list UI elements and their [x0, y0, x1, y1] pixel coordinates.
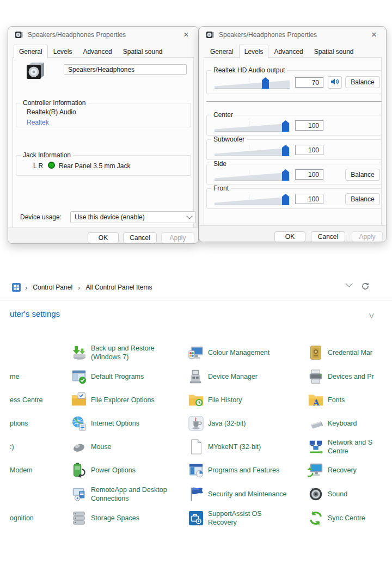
sync-centre-icon: [308, 510, 324, 526]
cp-item-network-and-s[interactable]: Network and SCentre: [308, 437, 372, 457]
cp-item-ess-centre[interactable]: ess Centre: [10, 390, 42, 410]
tab-spatial-sound[interactable]: Spatial sound: [309, 45, 359, 58]
slider-track[interactable]: [215, 196, 290, 205]
device-name-input[interactable]: Speakers/Headphones: [64, 64, 187, 75]
slider-thumb[interactable]: [282, 194, 289, 205]
slider-track[interactable]: [215, 147, 290, 156]
cp-item-internet-options[interactable]: Internet Options: [71, 414, 139, 433]
address-bar[interactable]: › Control Panel › All Control Panel Item…: [0, 279, 392, 296]
tab-general[interactable]: General: [205, 45, 239, 58]
close-icon[interactable]: ×: [181, 30, 192, 39]
volume-slider[interactable]: [215, 145, 290, 157]
realtek-link[interactable]: Realtek: [27, 119, 49, 126]
mute-button[interactable]: [328, 76, 342, 89]
cp-item-label: Modem: [10, 466, 33, 475]
cp-item-keyboard[interactable]: Keyboard: [308, 414, 357, 433]
cancel-button[interactable]: Cancel: [311, 231, 345, 242]
cp-item-label: Back up and Restore(Windows 7): [91, 344, 155, 361]
cp-item-sound[interactable]: Sound: [308, 484, 347, 504]
speakers-properties-dialog-general: Speakers/Headphones Properties × General…: [8, 26, 199, 244]
device-speaker-image: [24, 60, 46, 84]
breadcrumb-control-panel[interactable]: Control Panel: [32, 281, 74, 293]
dialog-titlebar[interactable]: Speakers/Headphones Properties ×: [199, 27, 386, 43]
cp-item-storage-spaces[interactable]: Storage Spaces: [71, 508, 139, 528]
cp-item-file-history[interactable]: File History: [188, 390, 242, 410]
cp-item-label: Recovery: [328, 466, 357, 475]
cp-item-file-explorer-options[interactable]: File Explorer Options: [71, 390, 155, 410]
slider-value[interactable]: 100: [295, 194, 323, 204]
slider-thumb[interactable]: [282, 120, 289, 132]
ok-button[interactable]: OK: [274, 231, 305, 242]
cp-item-java-32-bit-[interactable]: Java (32-bit): [188, 414, 246, 433]
tab-advanced[interactable]: Advanced: [77, 45, 117, 58]
cp-item-label: Java (32-bit): [208, 419, 246, 428]
slider-value[interactable]: 100: [295, 169, 323, 180]
tab-spatial-sound[interactable]: Spatial sound: [118, 45, 168, 58]
dialog-titlebar[interactable]: Speakers/Headphones Properties ×: [8, 27, 198, 43]
slider-value[interactable]: 100: [295, 145, 323, 155]
cp-item-remoteapp-and-desktop[interactable]: RemoteApp and DesktopConnections: [71, 484, 167, 504]
cp-item-device-manager[interactable]: Device Manager: [188, 367, 258, 386]
cp-item-ognition[interactable]: ognition: [10, 508, 34, 528]
cp-item-modem[interactable]: Modem: [10, 460, 33, 480]
apply-button[interactable]: Apply: [161, 232, 194, 243]
cp-item-myokent-32-bit-[interactable]: MYokeNT (32-bit): [188, 437, 261, 457]
slider-label: Center: [211, 111, 235, 119]
cp-item-programs-and-features[interactable]: Programs and Features: [188, 460, 279, 480]
cp-item-fonts[interactable]: AFonts: [308, 390, 345, 410]
cp-item-supportassist-os[interactable]: SupportAssist OSRecovery: [188, 508, 262, 528]
ok-button[interactable]: OK: [88, 232, 119, 243]
cp-item-credential-mar[interactable]: Credential Mar: [308, 343, 372, 362]
slider-tick: [249, 194, 249, 199]
tab-levels[interactable]: Levels: [239, 45, 269, 58]
slider-group-side: Side100Balance: [206, 164, 382, 184]
cp-item-devices-and-pr[interactable]: Devices and Pr: [308, 367, 374, 386]
cp-item-sync-centre[interactable]: Sync Centre: [308, 508, 365, 528]
controller-device-name: Realtek(R) Audio: [27, 108, 76, 116]
cp-item-back-up-and-restore[interactable]: Back up and Restore(Windows 7): [71, 343, 155, 362]
device-usage-select[interactable]: Use this device (enable): [70, 211, 196, 223]
slider-thumb[interactable]: [282, 145, 289, 156]
cp-item-security-and-maintenance[interactable]: Security and Maintenance: [188, 484, 287, 504]
volume-slider[interactable]: [215, 169, 290, 181]
slider-thumb[interactable]: [262, 77, 269, 89]
slider-track[interactable]: [215, 122, 290, 131]
fonts-icon: A: [308, 392, 324, 408]
slider-track[interactable]: [215, 171, 290, 180]
recovery-icon: [308, 462, 324, 478]
tab-levels[interactable]: Levels: [48, 45, 78, 58]
refresh-icon[interactable]: [361, 282, 370, 291]
balance-button[interactable]: Balance: [345, 76, 380, 88]
apply-button[interactable]: Apply: [352, 231, 383, 242]
default-programs-icon: [71, 368, 87, 385]
volume-slider[interactable]: [215, 120, 290, 132]
cp-item-power-options[interactable]: Power Options: [71, 460, 136, 480]
cp-item-label: Storage Spaces: [91, 514, 139, 522]
slider-value[interactable]: 100: [295, 120, 323, 131]
cancel-button[interactable]: Cancel: [123, 232, 157, 243]
cp-item-me[interactable]: me: [10, 367, 19, 386]
balance-button[interactable]: Balance: [345, 193, 380, 205]
cp-item-mouse[interactable]: Mouse: [71, 437, 112, 457]
slider-value[interactable]: 70: [295, 77, 323, 88]
close-icon[interactable]: ×: [369, 30, 379, 39]
cp-item-ptions[interactable]: ptions: [10, 414, 28, 433]
cp-item-label: Sync Centre: [328, 514, 365, 522]
cp-item-label: File History: [208, 396, 242, 404]
security-maintenance-icon: [188, 486, 204, 502]
tab-general[interactable]: General: [14, 45, 48, 58]
balance-button[interactable]: Balance: [345, 169, 380, 181]
slider-thumb[interactable]: [282, 169, 289, 181]
storage-spaces-icon: [71, 510, 87, 526]
keyboard-icon: [308, 415, 324, 432]
breadcrumb-all-items[interactable]: All Control Panel Items: [84, 281, 153, 293]
cp-item-default-programs[interactable]: Default Programs: [71, 367, 144, 386]
slider-track[interactable]: [215, 79, 290, 88]
cp-item--[interactable]: :): [10, 437, 14, 457]
breadcrumb-separator: ›: [21, 284, 32, 292]
tab-advanced[interactable]: Advanced: [268, 45, 308, 58]
volume-slider[interactable]: [215, 77, 290, 89]
cp-item-colour-management[interactable]: Colour Management: [188, 343, 270, 362]
volume-slider[interactable]: [215, 194, 290, 206]
cp-item-recovery[interactable]: Recovery: [308, 460, 357, 480]
